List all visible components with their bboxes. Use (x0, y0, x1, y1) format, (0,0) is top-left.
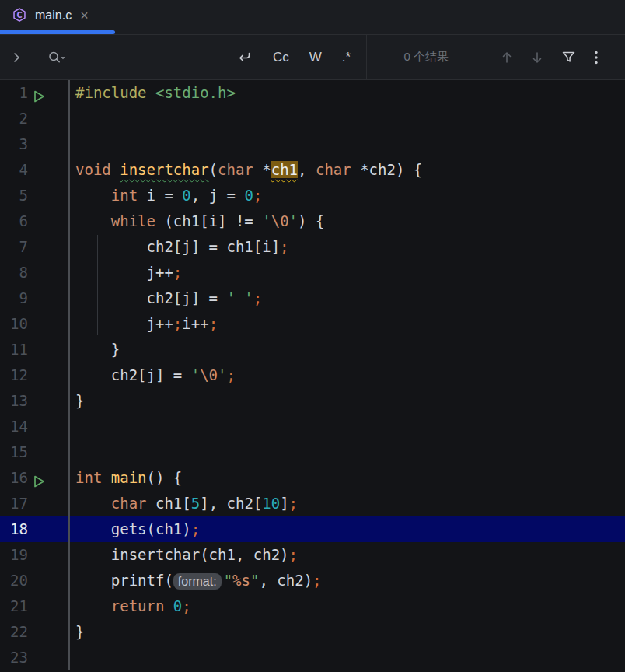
code-text[interactable]: ch2[j] = ' '; (70, 285, 625, 311)
editor-line: 9 ch2[j] = ' '; (0, 285, 625, 311)
code-token: printf( (75, 572, 173, 589)
code-token: insertchar(ch1, ch2) (75, 546, 289, 563)
code-text[interactable] (70, 131, 625, 157)
editor-line: 20 printf(format:"%s", ch2); (0, 568, 625, 593)
line-number[interactable]: 5 (0, 183, 28, 208)
previous-occurrence-button[interactable] (501, 51, 513, 65)
editor-line: 12 ch2[j] = '\0'; (0, 362, 625, 388)
editor-line: 10 j++;i++; (0, 311, 625, 337)
more-options-button[interactable] (594, 50, 599, 65)
line-number[interactable]: 10 (0, 311, 28, 337)
code-text[interactable] (70, 439, 625, 465)
line-number[interactable]: 12 (0, 362, 28, 388)
editor-area[interactable]: 1#include <stdio.h>234void insertchar(ch… (0, 80, 625, 671)
run-icon[interactable] (33, 86, 47, 100)
code-token: (ch1[i] != (155, 212, 262, 229)
gutter: 14 (0, 414, 70, 439)
gutter: 22 (0, 619, 70, 645)
line-number[interactable]: 17 (0, 491, 28, 516)
line-number[interactable]: 6 (0, 208, 28, 234)
line-number[interactable]: 18 (0, 516, 28, 542)
code-token: return (111, 597, 165, 614)
code-token: ' (262, 212, 271, 229)
code-text[interactable]: #include <stdio.h> (70, 80, 625, 106)
expand-search-button[interactable] (0, 35, 33, 79)
newline-toggle-button[interactable] (236, 51, 253, 64)
line-number[interactable]: 14 (0, 414, 28, 439)
code-text[interactable]: ch2[j] = ch1[i]; (70, 234, 625, 260)
regex-toggle[interactable]: .* (342, 51, 351, 64)
code-text[interactable]: ch2[j] = '\0'; (70, 362, 625, 388)
line-number[interactable]: 22 (0, 619, 28, 645)
line-number[interactable]: 7 (0, 234, 28, 260)
code-text[interactable]: while (ch1[i] != '\0') { (70, 208, 625, 234)
code-token (75, 597, 111, 614)
line-number[interactable]: 20 (0, 568, 28, 593)
code-text[interactable] (70, 414, 625, 439)
code-token: ' (191, 366, 200, 383)
code-text[interactable]: int main() { (70, 465, 625, 491)
line-number[interactable]: 15 (0, 439, 28, 465)
code-token: %s (232, 572, 250, 589)
code-token: \0 (200, 366, 218, 383)
words-toggle[interactable]: W (309, 51, 322, 64)
code-text[interactable]: gets(ch1); (70, 516, 625, 542)
line-number[interactable]: 11 (0, 337, 28, 362)
code-token: () { (147, 469, 183, 486)
gutter: 2 (0, 106, 70, 131)
code-token: ch2[j] = ch1[i] (75, 238, 280, 255)
code-text[interactable]: int i = 0, j = 0; (70, 183, 625, 208)
filter-funnel-icon (561, 51, 576, 64)
line-number[interactable]: 23 (0, 645, 28, 670)
code-text[interactable] (70, 106, 625, 131)
search-history-button[interactable] (33, 51, 75, 65)
gutter: 13 (0, 388, 70, 414)
match-case-toggle[interactable]: Cc (273, 51, 289, 64)
line-number[interactable]: 19 (0, 542, 28, 568)
search-input[interactable] (75, 35, 236, 79)
filter-search-button[interactable] (561, 51, 576, 64)
code-token: } (75, 623, 84, 640)
code-token: ' (218, 366, 226, 383)
gutter: 8 (0, 260, 70, 285)
code-text[interactable]: } (70, 619, 625, 645)
code-token: ch2[j] = (75, 366, 191, 383)
gutter: 9 (0, 285, 70, 311)
code-text[interactable]: j++;i++; (70, 311, 625, 337)
line-number[interactable]: 13 (0, 388, 28, 414)
code-text[interactable]: return 0; (70, 593, 625, 619)
code-text[interactable]: } (70, 388, 625, 414)
code-text[interactable]: printf(format:"%s", ch2); (70, 568, 625, 593)
find-bar-actions (490, 50, 625, 65)
chevron-right-icon (13, 52, 20, 63)
close-tab-icon[interactable]: × (79, 9, 90, 23)
code-token: ], ch2[ (200, 495, 262, 512)
line-number[interactable]: 4 (0, 157, 28, 183)
line-number[interactable]: 8 (0, 260, 28, 285)
tab-bar: C main.c × (0, 0, 625, 35)
code-text[interactable]: char ch1[5], ch2[10]; (70, 491, 625, 516)
code-token: ; (289, 546, 298, 563)
line-number[interactable]: 3 (0, 131, 28, 157)
code-token (111, 161, 120, 178)
search-toggles: Cc W .* (236, 51, 351, 64)
run-icon[interactable] (33, 471, 47, 485)
code-text[interactable]: j++; (70, 260, 625, 285)
next-occurrence-button[interactable] (531, 51, 543, 65)
line-number[interactable]: 21 (0, 593, 28, 619)
code-text[interactable]: } (70, 337, 625, 362)
line-number[interactable]: 9 (0, 285, 28, 311)
editor-line: 8 j++; (0, 260, 625, 285)
tab-main-c[interactable]: C main.c × (0, 0, 100, 34)
line-number[interactable]: 1 (0, 80, 28, 106)
line-number[interactable]: 16 (0, 465, 28, 491)
editor-line: 15 (0, 439, 625, 465)
code-text[interactable]: insertchar(ch1, ch2); (70, 542, 625, 568)
line-number[interactable]: 2 (0, 106, 28, 131)
code-token: i++ (182, 315, 208, 332)
code-text[interactable] (70, 645, 625, 670)
code-token: ' ' (226, 289, 253, 306)
code-token: *ch2) { (351, 161, 423, 178)
code-text[interactable]: void insertchar(char *ch1, char *ch2) { (70, 157, 625, 183)
code-token (164, 597, 173, 614)
